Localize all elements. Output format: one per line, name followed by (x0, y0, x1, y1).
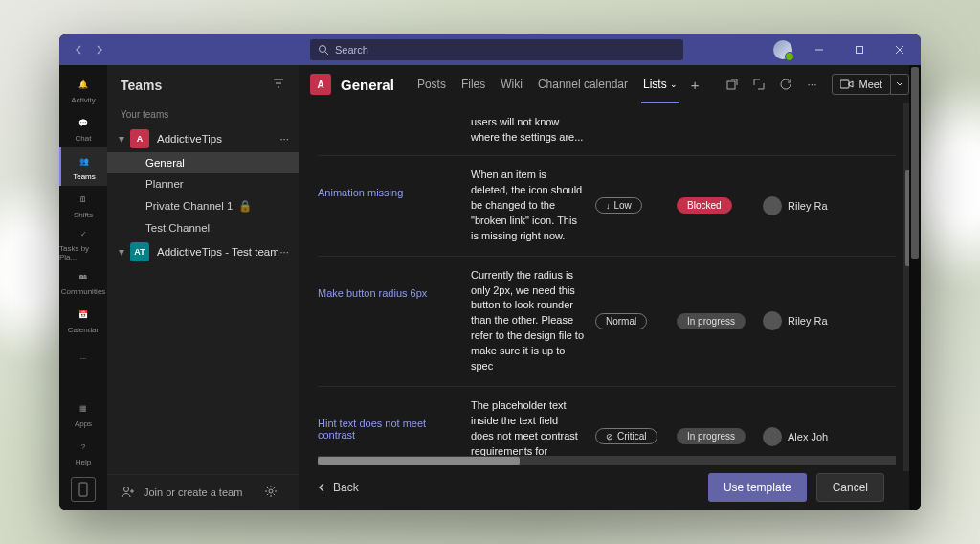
cell-priority[interactable]: Normal (595, 268, 677, 375)
tab-label: Channel calendar (538, 78, 628, 91)
join-create-team[interactable]: Join or create a team (107, 474, 299, 510)
rail-help[interactable]: ?Help (59, 433, 107, 471)
community-icon: 🏘 (75, 268, 92, 285)
filter-icon[interactable] (272, 77, 285, 94)
channel-avatar: A (310, 74, 331, 95)
channel-row[interactable]: Test Channel (107, 217, 299, 238)
people-plus-icon (121, 485, 136, 500)
refresh-icon[interactable] (778, 77, 793, 92)
outer-scrollbar[interactable] (909, 65, 921, 510)
channel-name: Private Channel 1 (145, 200, 233, 212)
help-icon: ? (75, 439, 92, 456)
more-icon[interactable]: ··· (805, 77, 820, 92)
table-row: Animation missing When an item is delete… (318, 156, 896, 257)
cell-status[interactable]: Blocked (677, 168, 763, 244)
avatar (763, 196, 782, 215)
meet-button[interactable]: Meet (832, 74, 891, 95)
gear-icon[interactable] (264, 485, 285, 500)
cell-status[interactable]: In progress (677, 268, 763, 375)
lock-icon: 🔒 (238, 199, 252, 213)
cell-description: When an item is deleted, the icon should… (471, 168, 595, 244)
close-button[interactable] (886, 36, 913, 63)
channel-name: Test Channel (145, 222, 210, 234)
back-label: Back (333, 481, 359, 494)
cell-priority[interactable]: ↓ Low (595, 168, 677, 244)
tasks-icon: ✓ (75, 225, 92, 242)
tab-label: Wiki (501, 78, 523, 91)
nav-back-icon[interactable] (73, 43, 86, 57)
add-tab-button[interactable]: + (691, 77, 700, 93)
user-avatar[interactable] (773, 40, 792, 59)
table-row: Make button radius 6px Currently the rad… (318, 257, 896, 388)
popout-icon[interactable] (724, 77, 740, 92)
rail-communities[interactable]: 🏘Communities (59, 262, 107, 301)
rail-chat[interactable]: 💬Chat (59, 109, 107, 147)
cell-title[interactable]: Animation missing (318, 168, 471, 244)
svg-rect-5 (727, 81, 735, 89)
team-row[interactable]: ▾ AT AddictiveTips - Test team ··· (107, 238, 299, 265)
nav-forward-icon[interactable] (92, 43, 105, 57)
channel-row[interactable]: General (107, 152, 299, 173)
rail-label: Help (76, 458, 91, 466)
caret-icon: ▾ (117, 132, 126, 146)
calendar-icon: 📅 (75, 306, 92, 324)
rail-label: Calendar (68, 326, 99, 334)
teams-title: Teams (121, 78, 162, 93)
tab-files[interactable]: Files (454, 65, 493, 103)
assignee-name: Riley Ra (788, 315, 828, 327)
channel-row[interactable]: Planner (107, 173, 299, 194)
chevron-down-icon (896, 80, 903, 88)
bell-icon: 🔔 (75, 77, 92, 94)
apps-icon: ▦ (75, 400, 92, 418)
channel-row[interactable]: Private Channel 1🔒 (107, 194, 299, 217)
rail-calendar[interactable]: 📅Calendar (59, 301, 107, 339)
team-row[interactable]: ▾ A AddictiveTips ··· (107, 125, 299, 152)
cell-title[interactable]: Make button radius 6px (318, 268, 471, 375)
scroll-thumb[interactable] (911, 67, 919, 259)
cell-assignee[interactable]: Riley Ra (763, 168, 896, 244)
cell-assignee[interactable]: Riley Ra (763, 268, 896, 375)
rail-teams[interactable]: 👥Teams (59, 147, 107, 186)
scroll-thumb[interactable] (318, 457, 520, 465)
rail-label: Communities (61, 287, 106, 296)
minimize-button[interactable] (806, 36, 833, 63)
caret-icon: ▾ (117, 245, 126, 259)
use-template-button[interactable]: Use template (708, 473, 807, 502)
svg-rect-1 (857, 47, 863, 54)
expand-icon[interactable] (751, 77, 767, 92)
cancel-button[interactable]: Cancel (816, 473, 884, 502)
team-name: AddictiveTips (157, 133, 222, 145)
rail-shifts[interactable]: 🗓Shifts (59, 186, 107, 224)
rail-label: Activity (71, 96, 95, 104)
more-icon[interactable]: ··· (279, 133, 289, 145)
tab-posts[interactable]: Posts (410, 65, 454, 103)
team-avatar: AT (130, 242, 149, 261)
scrollbar-horizontal[interactable] (318, 456, 896, 465)
table-row: users will not know where the settings a… (318, 103, 896, 156)
channel-title: General (341, 77, 394, 93)
channel-header: A General PostsFilesWikiChannel calendar… (299, 65, 921, 103)
title-bar: Search (59, 34, 921, 65)
app-rail: 🔔Activity 💬Chat 👥Teams 🗓Shifts ✓Tasks by… (59, 65, 107, 510)
meet-dropdown[interactable] (890, 74, 909, 95)
search-input[interactable]: Search (310, 39, 683, 60)
rail-label: Shifts (74, 211, 93, 219)
tab-label: Posts (417, 78, 446, 91)
avatar (763, 311, 782, 330)
rail-tasks[interactable]: ✓Tasks by Pla... (59, 224, 107, 262)
tab-wiki[interactable]: Wiki (493, 65, 530, 103)
rail-device[interactable] (71, 477, 96, 502)
rail-more[interactable]: ··· (59, 339, 107, 377)
rail-apps[interactable]: ▦Apps (59, 395, 107, 433)
chevron-left-icon (318, 483, 327, 492)
rail-activity[interactable]: 🔔Activity (59, 71, 107, 109)
assignee-name: Alex Joh (788, 431, 828, 442)
tab-channel-calendar[interactable]: Channel calendar (530, 65, 635, 103)
back-button[interactable]: Back (318, 481, 359, 494)
tab-lists[interactable]: Lists⌄ (635, 65, 685, 103)
maximize-button[interactable] (846, 36, 873, 63)
more-icon[interactable]: ··· (279, 246, 289, 258)
chat-icon: 💬 (75, 115, 92, 132)
rail-label: Tasks by Pla... (59, 244, 107, 261)
search-placeholder: Search (335, 44, 368, 56)
